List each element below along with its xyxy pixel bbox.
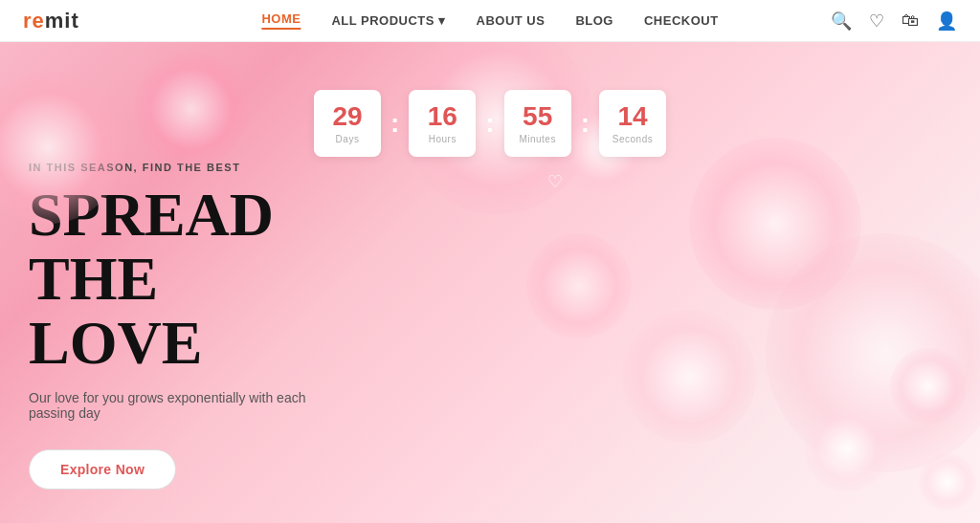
bokeh-blob-9 [890, 348, 967, 425]
countdown-minutes-label: Minutes [519, 134, 556, 144]
hero-description: Our love for you grows exponentially wit… [29, 390, 354, 421]
bokeh-blob-10 [919, 453, 976, 511]
countdown-sep-1: : [390, 108, 399, 139]
nav-about-us[interactable]: ABOUT US [476, 13, 545, 28]
countdown-sep-2: : [485, 108, 494, 139]
countdown-seconds-label: Seconds [612, 134, 653, 144]
nav-checkout[interactable]: CHECKOUT [644, 13, 719, 28]
bokeh-blob-7 [622, 310, 756, 444]
cart-icon[interactable]: 🛍 [902, 11, 919, 31]
nav-all-products[interactable]: ALL PRODUCTS ▾ [331, 13, 445, 28]
bokeh-blob-2 [134, 52, 249, 166]
hero-section: 29 Days : 16 Hours : 55 Minutes : 14 Sec… [0, 42, 980, 523]
nav-links: HOME ALL PRODUCTS ▾ ABOUT US BLOG CHECKO… [261, 11, 718, 30]
explore-now-button[interactable]: Explore Now [29, 449, 176, 490]
heart-decoration-icon: ♡ [547, 171, 563, 192]
countdown-hours-value: 16 [428, 103, 457, 130]
countdown-hours-label: Hours [429, 134, 457, 144]
nav-icons: 🔍 ♡ 🛍 👤 [831, 11, 957, 32]
logo[interactable]: remit [23, 9, 79, 33]
account-icon[interactable]: 👤 [936, 11, 957, 32]
logo-suffix: mit [45, 9, 79, 33]
countdown-days-label: Days [336, 134, 360, 144]
logo-prefix: re [23, 9, 45, 33]
countdown-seconds-value: 14 [617, 103, 647, 130]
countdown-seconds: 14 Seconds [599, 90, 666, 157]
countdown-minutes: 55 Minutes [504, 90, 571, 157]
nav-home[interactable]: HOME [261, 11, 301, 30]
search-icon[interactable]: 🔍 [831, 11, 852, 32]
countdown-timer: 29 Days : 16 Hours : 55 Minutes : 14 Sec… [314, 90, 666, 157]
countdown-days: 29 Days [314, 90, 381, 157]
nav-blog[interactable]: BLOG [575, 13, 613, 28]
chevron-down-icon: ▾ [438, 13, 446, 28]
countdown-days-value: 29 [332, 103, 362, 130]
wishlist-icon[interactable]: ♡ [869, 11, 884, 32]
bokeh-blob-11 [526, 233, 632, 338]
navbar: remit HOME ALL PRODUCTS ▾ ABOUT US BLOG … [0, 0, 980, 42]
countdown-sep-3: : [581, 108, 590, 139]
bokeh-blob-8 [804, 405, 890, 491]
countdown-hours: 16 Hours [409, 90, 476, 157]
countdown-minutes-value: 55 [523, 103, 552, 130]
